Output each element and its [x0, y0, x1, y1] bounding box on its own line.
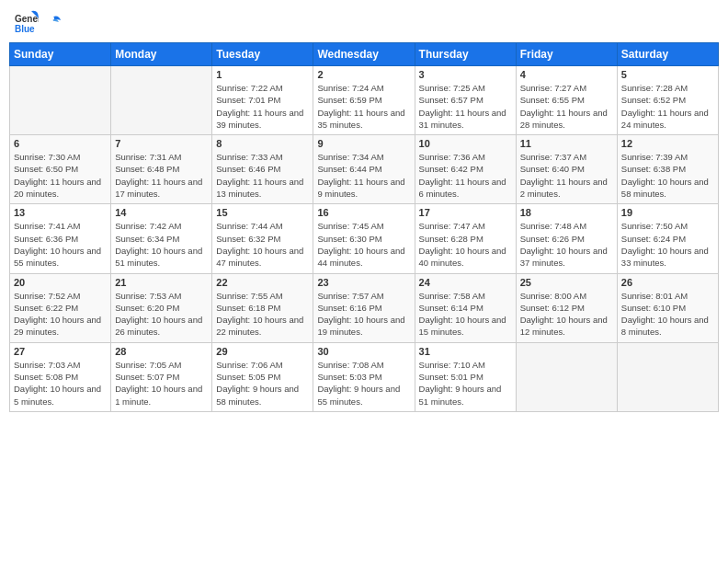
day-detail: Sunrise: 7:33 AM Sunset: 6:46 PM Dayligh… — [216, 151, 309, 200]
calendar-cell: 5 Sunrise: 7:28 AM Sunset: 6:52 PM Dayli… — [617, 66, 718, 135]
svg-text:General: General — [15, 14, 39, 24]
calendar-cell: 26 Sunrise: 8:01 AM Sunset: 6:10 PM Dayl… — [617, 273, 718, 342]
calendar-cell: 28 Sunrise: 7:05 AM Sunset: 5:07 PM Dayl… — [111, 342, 212, 411]
calendar-cell: 22 Sunrise: 7:55 AM Sunset: 6:18 PM Dayl… — [212, 273, 313, 342]
calendar-header-row: SundayMondayTuesdayWednesdayThursdayFrid… — [10, 43, 719, 66]
calendar-cell: 30 Sunrise: 7:08 AM Sunset: 5:03 PM Dayl… — [313, 342, 415, 411]
day-detail: Sunrise: 7:30 AM Sunset: 6:50 PM Dayligh… — [14, 151, 107, 200]
day-number: 20 — [14, 277, 107, 288]
day-detail: Sunrise: 7:44 AM Sunset: 6:32 PM Dayligh… — [216, 220, 309, 269]
day-number: 15 — [216, 207, 309, 218]
day-number: 1 — [216, 69, 309, 80]
calendar-cell: 6 Sunrise: 7:30 AM Sunset: 6:50 PM Dayli… — [10, 135, 111, 204]
day-detail: Sunrise: 7:42 AM Sunset: 6:34 PM Dayligh… — [115, 220, 208, 269]
calendar-table: SundayMondayTuesdayWednesdayThursdayFrid… — [9, 42, 719, 412]
calendar-cell — [10, 66, 111, 135]
day-number: 4 — [520, 69, 613, 80]
calendar-cell — [516, 342, 617, 411]
calendar-cell: 16 Sunrise: 7:45 AM Sunset: 6:30 PM Dayl… — [313, 204, 415, 273]
calendar-cell: 2 Sunrise: 7:24 AM Sunset: 6:59 PM Dayli… — [313, 66, 415, 135]
day-detail: Sunrise: 7:57 AM Sunset: 6:16 PM Dayligh… — [317, 290, 410, 339]
day-detail: Sunrise: 7:24 AM Sunset: 6:59 PM Dayligh… — [317, 82, 410, 131]
calendar-cell — [111, 66, 212, 135]
day-detail: Sunrise: 7:48 AM Sunset: 6:26 PM Dayligh… — [520, 220, 613, 269]
day-number: 29 — [216, 346, 309, 357]
day-number: 6 — [14, 138, 107, 149]
day-detail: Sunrise: 7:03 AM Sunset: 5:08 PM Dayligh… — [14, 359, 107, 408]
calendar-cell: 9 Sunrise: 7:34 AM Sunset: 6:44 PM Dayli… — [313, 135, 415, 204]
day-number: 10 — [419, 138, 512, 149]
calendar-cell: 17 Sunrise: 7:47 AM Sunset: 6:28 PM Dayl… — [415, 204, 516, 273]
day-number: 12 — [621, 138, 714, 149]
day-number: 7 — [115, 138, 208, 149]
svg-text:Blue: Blue — [15, 24, 35, 34]
day-number: 16 — [317, 207, 410, 218]
logo-bird-icon — [44, 14, 61, 30]
day-detail: Sunrise: 7:37 AM Sunset: 6:40 PM Dayligh… — [520, 151, 613, 200]
day-detail: Sunrise: 7:50 AM Sunset: 6:24 PM Dayligh… — [621, 220, 714, 269]
calendar-cell: 29 Sunrise: 7:06 AM Sunset: 5:05 PM Dayl… — [212, 342, 313, 411]
calendar-cell: 4 Sunrise: 7:27 AM Sunset: 6:55 PM Dayli… — [516, 66, 617, 135]
day-number: 27 — [14, 346, 107, 357]
day-number: 23 — [317, 277, 410, 288]
logo: General Blue — [13, 9, 61, 35]
day-number: 11 — [520, 138, 613, 149]
calendar-cell: 12 Sunrise: 7:39 AM Sunset: 6:38 PM Dayl… — [617, 135, 718, 204]
day-detail: Sunrise: 7:22 AM Sunset: 7:01 PM Dayligh… — [216, 82, 309, 131]
day-number: 17 — [419, 207, 512, 218]
calendar-week-row: 20 Sunrise: 7:52 AM Sunset: 6:22 PM Dayl… — [10, 273, 719, 342]
calendar-week-row: 6 Sunrise: 7:30 AM Sunset: 6:50 PM Dayli… — [10, 135, 719, 204]
day-number: 28 — [115, 346, 208, 357]
day-detail: Sunrise: 7:39 AM Sunset: 6:38 PM Dayligh… — [621, 151, 714, 200]
day-number: 31 — [419, 346, 512, 357]
calendar-cell: 3 Sunrise: 7:25 AM Sunset: 6:57 PM Dayli… — [415, 66, 516, 135]
weekday-header-thursday: Thursday — [415, 43, 516, 66]
weekday-header-friday: Friday — [516, 43, 617, 66]
calendar-cell — [617, 342, 718, 411]
calendar-cell: 7 Sunrise: 7:31 AM Sunset: 6:48 PM Dayli… — [111, 135, 212, 204]
calendar-cell: 21 Sunrise: 7:53 AM Sunset: 6:20 PM Dayl… — [111, 273, 212, 342]
day-detail: Sunrise: 7:34 AM Sunset: 6:44 PM Dayligh… — [317, 151, 410, 200]
calendar-cell: 8 Sunrise: 7:33 AM Sunset: 6:46 PM Dayli… — [212, 135, 313, 204]
calendar-cell: 13 Sunrise: 7:41 AM Sunset: 6:36 PM Dayl… — [10, 204, 111, 273]
calendar-cell: 25 Sunrise: 8:00 AM Sunset: 6:12 PM Dayl… — [516, 273, 617, 342]
day-detail: Sunrise: 7:27 AM Sunset: 6:55 PM Dayligh… — [520, 82, 613, 131]
calendar-cell: 24 Sunrise: 7:58 AM Sunset: 6:14 PM Dayl… — [415, 273, 516, 342]
day-detail: Sunrise: 7:47 AM Sunset: 6:28 PM Dayligh… — [419, 220, 512, 269]
weekday-header-saturday: Saturday — [617, 43, 718, 66]
day-number: 22 — [216, 277, 309, 288]
weekday-header-monday: Monday — [111, 43, 212, 66]
day-detail: Sunrise: 7:28 AM Sunset: 6:52 PM Dayligh… — [621, 82, 714, 131]
calendar-cell: 19 Sunrise: 7:50 AM Sunset: 6:24 PM Dayl… — [617, 204, 718, 273]
calendar-cell: 14 Sunrise: 7:42 AM Sunset: 6:34 PM Dayl… — [111, 204, 212, 273]
day-number: 9 — [317, 138, 410, 149]
day-number: 18 — [520, 207, 613, 218]
day-detail: Sunrise: 7:06 AM Sunset: 5:05 PM Dayligh… — [216, 359, 309, 408]
calendar-cell: 10 Sunrise: 7:36 AM Sunset: 6:42 PM Dayl… — [415, 135, 516, 204]
day-detail: Sunrise: 7:36 AM Sunset: 6:42 PM Dayligh… — [419, 151, 512, 200]
day-number: 26 — [621, 277, 714, 288]
day-number: 2 — [317, 69, 410, 80]
day-detail: Sunrise: 7:05 AM Sunset: 5:07 PM Dayligh… — [115, 359, 208, 408]
calendar-week-row: 27 Sunrise: 7:03 AM Sunset: 5:08 PM Dayl… — [10, 342, 719, 411]
day-number: 25 — [520, 277, 613, 288]
day-number: 14 — [115, 207, 208, 218]
day-number: 5 — [621, 69, 714, 80]
day-number: 8 — [216, 138, 309, 149]
day-number: 19 — [621, 207, 714, 218]
day-number: 3 — [419, 69, 512, 80]
day-number: 13 — [14, 207, 107, 218]
page-header: General Blue — [9, 9, 719, 35]
calendar-cell: 27 Sunrise: 7:03 AM Sunset: 5:08 PM Dayl… — [10, 342, 111, 411]
day-detail: Sunrise: 7:53 AM Sunset: 6:20 PM Dayligh… — [115, 290, 208, 339]
calendar-cell: 1 Sunrise: 7:22 AM Sunset: 7:01 PM Dayli… — [212, 66, 313, 135]
day-number: 24 — [419, 277, 512, 288]
day-detail: Sunrise: 7:25 AM Sunset: 6:57 PM Dayligh… — [419, 82, 512, 131]
calendar-week-row: 13 Sunrise: 7:41 AM Sunset: 6:36 PM Dayl… — [10, 204, 719, 273]
day-detail: Sunrise: 8:01 AM Sunset: 6:10 PM Dayligh… — [621, 290, 714, 339]
calendar-week-row: 1 Sunrise: 7:22 AM Sunset: 7:01 PM Dayli… — [10, 66, 719, 135]
day-detail: Sunrise: 7:41 AM Sunset: 6:36 PM Dayligh… — [14, 220, 107, 269]
day-detail: Sunrise: 7:45 AM Sunset: 6:30 PM Dayligh… — [317, 220, 410, 269]
logo-icon: General Blue — [13, 9, 39, 35]
day-detail: Sunrise: 7:52 AM Sunset: 6:22 PM Dayligh… — [14, 290, 107, 339]
